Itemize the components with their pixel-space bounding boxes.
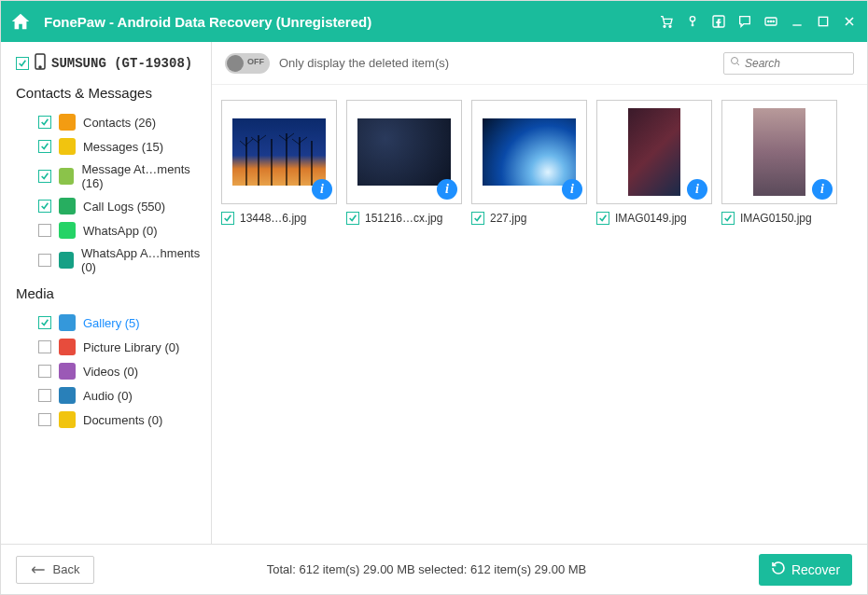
info-icon[interactable]: i <box>437 179 457 200</box>
sidebar-item[interactable]: Documents (0) <box>16 408 203 432</box>
sidebar-item-label: Picture Library (0) <box>83 340 179 354</box>
thumbnail-label: 151216…cx.jpg <box>365 212 442 225</box>
whatsapp-icon <box>59 222 76 239</box>
sidebar-item-label: Audio (0) <box>83 389 133 403</box>
item-checkbox[interactable] <box>38 116 51 129</box>
messages-icon <box>59 138 76 155</box>
item-checkbox[interactable] <box>38 413 51 426</box>
cart-icon[interactable] <box>658 13 675 30</box>
thumbnail-image <box>483 118 576 186</box>
titlebar-actions <box>658 13 858 30</box>
svg-point-0 <box>664 25 665 27</box>
item-checkbox[interactable] <box>38 200 51 213</box>
close-icon[interactable] <box>841 13 858 30</box>
thumbnail-image <box>232 118 326 186</box>
info-icon[interactable]: i <box>562 179 582 200</box>
device-checkbox[interactable] <box>16 57 29 70</box>
svg-line-22 <box>240 141 246 146</box>
minimize-icon[interactable] <box>789 13 805 30</box>
back-label: Back <box>53 562 80 576</box>
item-checkbox[interactable] <box>38 170 51 183</box>
feedback-icon[interactable] <box>736 13 753 30</box>
thumbnail-item[interactable]: i13448…6.jpg <box>221 100 337 225</box>
svg-line-28 <box>292 139 300 145</box>
phone-icon <box>35 53 46 74</box>
device-name: SUMSUNG (GT-19308) <box>51 56 192 71</box>
thumbnail-item[interactable]: iIMAG0150.jpg <box>721 100 837 225</box>
info-icon[interactable]: i <box>312 179 332 200</box>
back-button[interactable]: Back <box>16 556 94 584</box>
thumbnail-item[interactable]: i227.jpg <box>471 100 587 225</box>
more-icon[interactable] <box>763 13 779 30</box>
status-text: Total: 612 item(s) 29.00 MB selected: 61… <box>113 562 740 576</box>
device-row[interactable]: SUMSUNG (GT-19308) <box>16 53 203 74</box>
sidebar-item[interactable]: Message At…ments (16) <box>16 159 203 194</box>
thumbnail-frame[interactable]: i <box>346 100 462 204</box>
deleted-filter-toggle[interactable]: OFF <box>225 53 270 74</box>
svg-point-7 <box>773 21 774 21</box>
sidebar-item-label: Messages (15) <box>83 140 163 154</box>
thumbnail-item[interactable]: i151216…cx.jpg <box>346 100 462 225</box>
facebook-icon[interactable] <box>710 13 727 30</box>
message-attachments-icon <box>59 168 74 185</box>
item-checkbox[interactable] <box>38 224 51 237</box>
svg-point-6 <box>770 21 771 21</box>
thumbnail-frame[interactable]: i <box>721 100 837 204</box>
thumbnail-frame[interactable]: i <box>596 100 712 204</box>
thumbnail-grid: i13448…6.jpgi151216…cx.jpgi227.jpgiIMAG0… <box>212 85 867 544</box>
contacts-icon <box>59 114 76 131</box>
audio-icon <box>59 387 76 404</box>
svg-line-26 <box>279 135 287 141</box>
sidebar-item[interactable]: Picture Library (0) <box>16 335 203 359</box>
item-checkbox[interactable] <box>346 212 359 225</box>
svg-point-2 <box>690 17 694 21</box>
item-checkbox[interactable] <box>38 140 51 153</box>
svg-line-15 <box>737 63 740 66</box>
sidebar-item[interactable]: Contacts (26) <box>16 110 203 134</box>
item-checkbox[interactable] <box>38 316 51 329</box>
thumbnail-frame[interactable]: i <box>221 100 337 204</box>
sidebar-item[interactable]: Gallery (5) <box>16 311 203 335</box>
info-icon[interactable]: i <box>812 179 833 200</box>
svg-rect-9 <box>819 17 827 25</box>
recover-label: Recover <box>791 562 840 577</box>
thumbnail-item[interactable]: iIMAG0149.jpg <box>596 100 712 225</box>
item-checkbox[interactable] <box>471 212 484 225</box>
sidebar-item[interactable]: Call Logs (550) <box>16 194 203 218</box>
sidebar-item[interactable]: WhatsApp A…hments (0) <box>16 242 203 278</box>
maximize-icon[interactable] <box>815 13 832 30</box>
item-checkbox[interactable] <box>38 254 51 267</box>
whatsapp-attachments-icon <box>59 252 74 269</box>
item-checkbox[interactable] <box>38 340 51 353</box>
window-title: FonePaw - Android Data Recovery (Unregis… <box>44 14 658 30</box>
thumbnail-label: IMAG0150.jpg <box>740 212 812 225</box>
home-icon[interactable] <box>10 11 31 32</box>
thumbnail-image <box>357 118 451 186</box>
search-input[interactable] <box>745 57 847 70</box>
sidebar-item[interactable]: WhatsApp (0) <box>16 218 203 242</box>
thumbnail-label: 227.jpg <box>490 212 526 225</box>
search-box[interactable] <box>723 52 854 75</box>
sidebar-item-label: WhatsApp A…hments (0) <box>81 246 203 274</box>
toggle-label: OFF <box>247 57 264 66</box>
svg-point-1 <box>669 25 671 27</box>
svg-point-13 <box>39 66 41 68</box>
thumbnail-frame[interactable]: i <box>471 100 587 204</box>
item-checkbox[interactable] <box>221 212 234 225</box>
key-icon[interactable] <box>684 13 701 30</box>
documents-icon <box>59 411 76 428</box>
videos-icon <box>59 363 76 380</box>
item-checkbox[interactable] <box>38 389 51 402</box>
sidebar-item-label: Contacts (26) <box>83 116 156 130</box>
sidebar-item[interactable]: Audio (0) <box>16 383 203 408</box>
sidebar-item[interactable]: Messages (15) <box>16 134 203 159</box>
search-icon <box>730 56 741 70</box>
sidebar-item[interactable]: Videos (0) <box>16 359 203 383</box>
recover-button[interactable]: Recover <box>759 554 852 586</box>
recover-icon <box>771 560 786 578</box>
item-checkbox[interactable] <box>721 212 735 225</box>
item-checkbox[interactable] <box>596 212 609 225</box>
footer: Back Total: 612 item(s) 29.00 MB selecte… <box>1 544 867 594</box>
item-checkbox[interactable] <box>38 365 51 378</box>
info-icon[interactable]: i <box>687 179 707 200</box>
